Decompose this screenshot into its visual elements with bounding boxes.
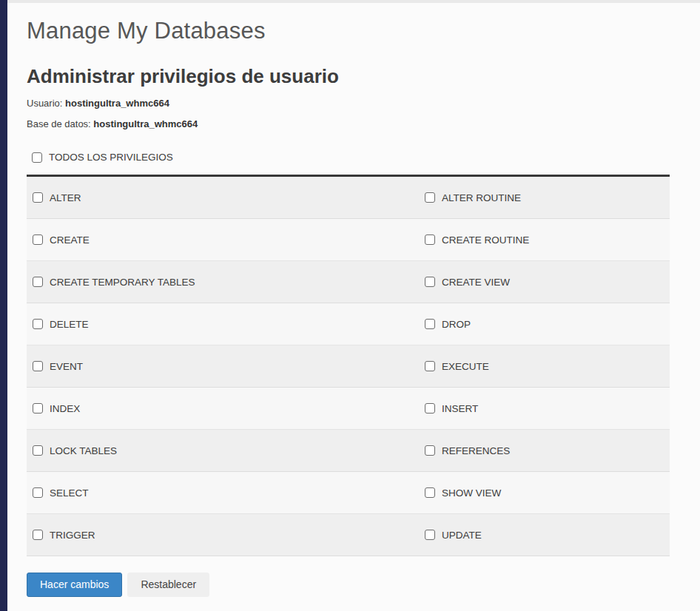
privilege-label: CREATE VIEW bbox=[442, 277, 510, 288]
privilege-cell: CREATE bbox=[27, 219, 419, 260]
table-row: EVENT EXECUTE bbox=[27, 345, 670, 388]
database-label: Base de datos: bbox=[27, 118, 93, 129]
left-accent-bar bbox=[0, 0, 7, 611]
all-privileges-row: TODOS LOS PRIVILEGIOS bbox=[27, 152, 670, 163]
make-changes-button[interactable]: Hacer cambios bbox=[27, 573, 122, 597]
privilege-label: CREATE bbox=[50, 234, 90, 246]
privilege-cell: CREATE VIEW bbox=[419, 261, 670, 303]
privilege-checkbox[interactable] bbox=[33, 445, 43, 456]
privilege-checkbox[interactable] bbox=[425, 192, 435, 203]
privilege-checkbox[interactable] bbox=[425, 319, 435, 329]
privilege-label: INSERT bbox=[442, 403, 478, 414]
privilege-label: DROP bbox=[442, 319, 471, 330]
table-row: INDEX INSERT bbox=[27, 388, 670, 430]
privilege-cell: UPDATE bbox=[419, 514, 670, 556]
table-row: ALTER ALTER ROUTINE bbox=[27, 177, 670, 219]
table-row: SELECT SHOW VIEW bbox=[27, 472, 670, 514]
section-heading: Administrar privilegios de usuario bbox=[27, 65, 670, 88]
form-actions: Hacer cambios Restablecer bbox=[27, 573, 670, 597]
privilege-cell: LOCK TABLES bbox=[27, 430, 419, 471]
privilege-checkbox[interactable] bbox=[33, 319, 43, 329]
table-row: CREATE CREATE ROUTINE bbox=[27, 219, 670, 261]
privilege-cell: SHOW VIEW bbox=[419, 472, 670, 513]
privilege-checkbox[interactable] bbox=[425, 361, 435, 371]
privilege-cell: SELECT bbox=[27, 472, 419, 513]
privilege-label: DELETE bbox=[50, 319, 89, 330]
table-row: DELETE DROP bbox=[27, 303, 670, 345]
privilege-label: EXECUTE bbox=[442, 361, 489, 372]
all-privileges-checkbox[interactable] bbox=[32, 152, 42, 163]
privilege-cell: TRIGGER bbox=[27, 514, 419, 556]
privilege-checkbox[interactable] bbox=[33, 234, 43, 245]
privilege-checkbox[interactable] bbox=[33, 192, 43, 203]
privilege-checkbox[interactable] bbox=[425, 403, 435, 413]
database-line: Base de datos: hostingultra_whmc664 bbox=[27, 118, 670, 129]
privilege-label: LOCK TABLES bbox=[50, 445, 117, 456]
table-row: TRIGGER UPDATE bbox=[27, 514, 670, 556]
privilege-label: CREATE TEMPORARY TABLES bbox=[50, 277, 195, 288]
privilege-cell: REFERENCES bbox=[419, 430, 670, 471]
privilege-label: TRIGGER bbox=[50, 530, 95, 541]
privilege-checkbox[interactable] bbox=[425, 277, 435, 287]
privilege-checkbox[interactable] bbox=[33, 277, 43, 287]
privilege-label: SELECT bbox=[50, 487, 89, 499]
all-privileges-label: TODOS LOS PRIVILEGIOS bbox=[49, 152, 173, 163]
privilege-label: UPDATE bbox=[442, 530, 482, 541]
privilege-cell: ALTER bbox=[27, 177, 419, 218]
privilege-checkbox[interactable] bbox=[33, 530, 43, 540]
privilege-cell: DELETE bbox=[27, 303, 419, 345]
privileges-table: ALTER ALTER ROUTINE CREATE CREATE ROUTIN… bbox=[27, 175, 670, 556]
reset-button[interactable]: Restablecer bbox=[127, 573, 209, 597]
table-row: LOCK TABLES REFERENCES bbox=[27, 430, 670, 472]
user-label: Usuario: bbox=[27, 98, 65, 109]
privilege-checkbox[interactable] bbox=[425, 445, 435, 456]
privilege-cell: INSERT bbox=[419, 388, 670, 429]
privilege-checkbox[interactable] bbox=[33, 487, 43, 498]
user-line: Usuario: hostingultra_whmc664 bbox=[27, 98, 670, 109]
privilege-checkbox[interactable] bbox=[425, 530, 435, 540]
privilege-label: REFERENCES bbox=[442, 445, 510, 456]
privilege-checkbox[interactable] bbox=[33, 403, 43, 413]
privilege-cell: ALTER ROUTINE bbox=[419, 177, 670, 218]
privilege-label: ALTER ROUTINE bbox=[442, 192, 521, 203]
privilege-checkbox[interactable] bbox=[33, 361, 43, 371]
privilege-label: INDEX bbox=[50, 403, 80, 414]
privilege-cell: EXECUTE bbox=[419, 345, 670, 387]
privilege-label: SHOW VIEW bbox=[442, 487, 501, 499]
database-value: hostingultra_whmc664 bbox=[93, 118, 198, 129]
privilege-checkbox[interactable] bbox=[425, 487, 435, 498]
table-row: CREATE TEMPORARY TABLES CREATE VIEW bbox=[27, 261, 670, 303]
privilege-cell: CREATE ROUTINE bbox=[419, 219, 670, 260]
privilege-label: CREATE ROUTINE bbox=[442, 234, 529, 246]
privilege-cell: CREATE TEMPORARY TABLES bbox=[27, 261, 419, 303]
privilege-label: EVENT bbox=[50, 361, 83, 372]
privilege-cell: DROP bbox=[419, 303, 670, 345]
user-value: hostingultra_whmc664 bbox=[65, 98, 169, 109]
main-content: Manage My Databases Administrar privileg… bbox=[7, 3, 700, 611]
privilege-cell: INDEX bbox=[27, 388, 419, 429]
privilege-cell: EVENT bbox=[27, 345, 419, 387]
privilege-checkbox[interactable] bbox=[425, 234, 435, 245]
privilege-label: ALTER bbox=[50, 192, 81, 203]
page-title: Manage My Databases bbox=[27, 18, 670, 44]
